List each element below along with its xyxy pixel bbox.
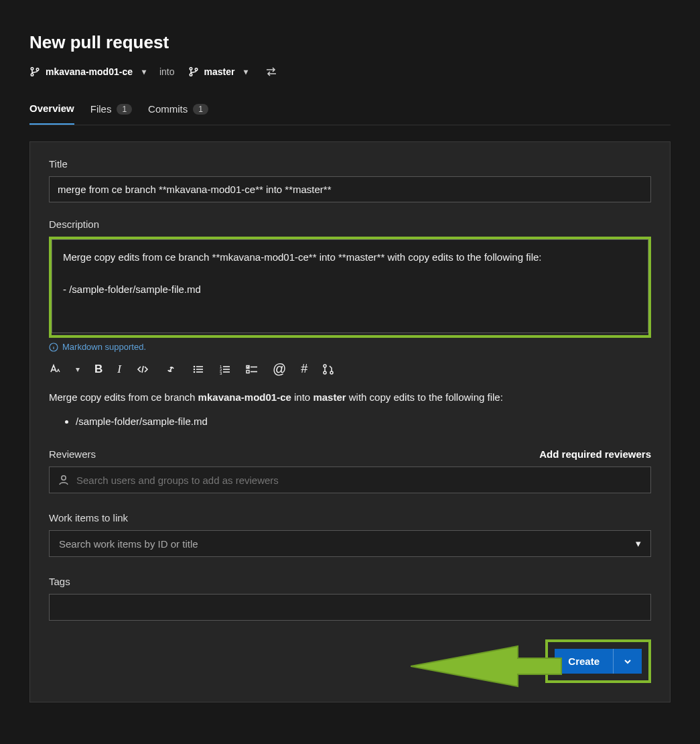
branch-icon [188, 66, 199, 77]
svg-rect-11 [196, 369, 203, 370]
description-highlight [49, 237, 651, 338]
svg-marker-27 [411, 646, 561, 686]
tab-overview[interactable]: Overview [29, 96, 74, 125]
chevron-down-icon[interactable]: ▾ [76, 365, 80, 374]
mention-button[interactable]: @ [273, 361, 286, 377]
checklist-button[interactable] [246, 364, 258, 375]
tab-badge: 1 [193, 104, 208, 115]
tab-label: Overview [29, 103, 74, 114]
reviewers-label: Reviewers [49, 448, 96, 460]
tab-commits[interactable]: Commits 1 [148, 96, 208, 125]
svg-point-3 [190, 68, 192, 70]
tab-badge: 1 [117, 104, 132, 115]
work-items-select[interactable]: Search work items by ID or title ▾ [49, 530, 651, 557]
svg-point-7 [194, 365, 196, 367]
hashtag-button[interactable]: # [301, 362, 307, 376]
description-preview: Merge copy edits from ce branch mkavana-… [49, 389, 651, 430]
create-button-highlight: Create [545, 639, 651, 683]
source-branch-select[interactable]: mkavana-mod01-ce ▾ [29, 66, 146, 77]
svg-point-0 [31, 68, 33, 70]
create-button[interactable]: Create [555, 649, 613, 674]
pr-link-button[interactable] [322, 363, 334, 375]
source-branch-label: mkavana-mod01-ce [46, 66, 133, 77]
branch-icon [29, 66, 40, 77]
markdown-supported-link[interactable]: Markdown supported. [49, 342, 651, 352]
page-title: New pull request [29, 32, 671, 53]
italic-button[interactable]: I [117, 363, 121, 376]
info-icon [49, 343, 58, 352]
title-label: Title [49, 158, 651, 170]
description-input[interactable] [52, 239, 648, 333]
swap-branches-icon[interactable] [265, 66, 277, 77]
work-items-placeholder: Search work items by ID or title [59, 538, 198, 550]
svg-point-8 [194, 368, 196, 370]
svg-point-4 [190, 74, 192, 76]
svg-point-26 [62, 476, 66, 480]
svg-rect-18 [223, 371, 230, 373]
person-icon [58, 474, 70, 486]
svg-rect-16 [223, 366, 230, 367]
code-button[interactable] [136, 364, 149, 375]
tabs: Overview Files 1 Commits 1 [29, 96, 671, 125]
description-label: Description [49, 219, 651, 230]
chevron-down-icon: ▾ [244, 67, 248, 76]
svg-rect-10 [196, 366, 203, 367]
work-items-label: Work items to link [49, 512, 651, 523]
svg-point-9 [194, 371, 196, 373]
add-required-reviewers-link[interactable]: Add required reviewers [539, 448, 651, 460]
svg-rect-17 [223, 369, 230, 370]
tab-label: Files [90, 103, 112, 115]
svg-rect-20 [247, 370, 249, 373]
into-label: into [154, 66, 180, 77]
svg-point-2 [36, 68, 39, 71]
create-dropdown-button[interactable] [613, 649, 642, 674]
bulleted-list-button[interactable] [192, 364, 204, 375]
bold-button[interactable]: B [94, 363, 102, 376]
svg-point-23 [324, 365, 326, 367]
title-input[interactable] [49, 176, 651, 202]
svg-point-25 [330, 371, 333, 374]
svg-rect-12 [196, 371, 203, 373]
svg-point-24 [324, 371, 326, 374]
reviewers-input[interactable] [76, 475, 642, 486]
numbered-list-button[interactable]: 123 [219, 364, 231, 375]
link-button[interactable] [164, 364, 178, 375]
branch-selector-row: mkavana-mod01-ce ▾ into master ▾ [29, 66, 671, 77]
tab-label: Commits [148, 103, 188, 115]
chevron-down-icon: ▾ [142, 67, 146, 76]
svg-text:3: 3 [220, 371, 222, 375]
reviewers-search[interactable] [49, 467, 651, 493]
target-branch-label: master [204, 66, 235, 77]
md-toolbar: ▾ B I 123 @ # [49, 359, 651, 389]
chevron-down-icon: ▾ [636, 538, 641, 550]
text-style-button[interactable] [49, 363, 61, 375]
tab-files[interactable]: Files 1 [90, 96, 132, 125]
tags-input[interactable] [49, 594, 651, 621]
svg-point-5 [195, 68, 198, 71]
svg-point-1 [31, 74, 33, 76]
chevron-down-icon [623, 657, 632, 666]
tags-label: Tags [49, 576, 651, 587]
target-branch-select[interactable]: master ▾ [188, 66, 249, 77]
preview-bullet: /sample-folder/sample-file.md [76, 413, 651, 430]
form-panel: Title Description Markdown supported. ▾ … [29, 141, 671, 702]
